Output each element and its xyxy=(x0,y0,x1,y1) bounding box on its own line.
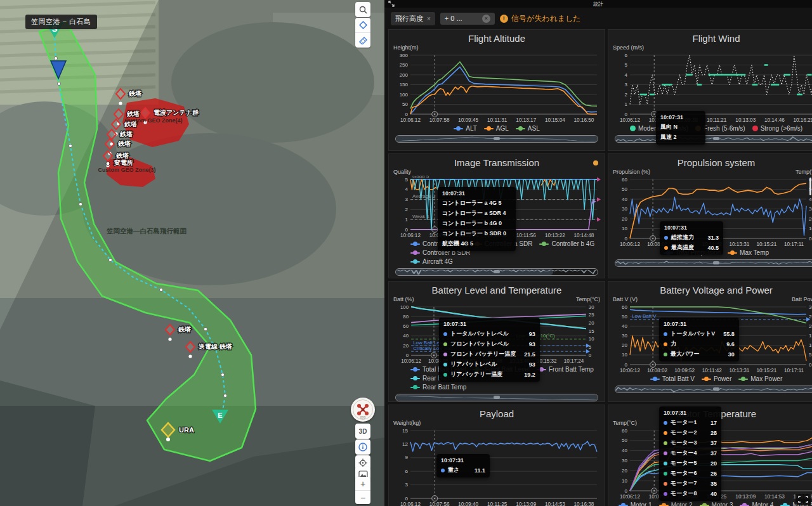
drone-ground-control-app: SE鉄塔鉄塔鉄塔鉄塔鉄塔鉄塔電波アンテナ群変電所鉄塔送電線 鉄塔URACusto… xyxy=(0,0,812,506)
legend-item-motor-1[interactable]: Motor 1 xyxy=(619,501,652,506)
scrollbar-handle[interactable] xyxy=(713,261,719,264)
svg-text:10:11:31: 10:11:31 xyxy=(487,117,508,123)
map-info-button[interactable] xyxy=(355,439,370,455)
scrollbar-handle[interactable] xyxy=(494,137,500,140)
legend-item-max-temp[interactable]: Max Temp xyxy=(728,249,769,257)
legend-item-asl[interactable]: ASL xyxy=(516,124,540,133)
chart-time-scrollbar[interactable] xyxy=(615,386,812,393)
chart-flight-wind[interactable]: 012345610:06:1210:07:5410:09:3810:11:211… xyxy=(611,51,812,124)
chart-payload[interactable]: 0369121510:06:1210:07:5610:09:4010:11:25… xyxy=(391,427,603,506)
filter-chip-add[interactable]: + 0 ... × xyxy=(440,13,495,25)
legend-item-alt[interactable]: ALT xyxy=(454,124,477,133)
svg-text:10:15:04: 10:15:04 xyxy=(545,117,565,123)
svg-text:20: 20 xyxy=(809,323,812,329)
scrollbar-handle[interactable] xyxy=(713,137,719,140)
legend-item-motor-4[interactable]: Motor 4 xyxy=(740,501,773,506)
clear-filter-icon[interactable]: × xyxy=(482,15,490,23)
tooltip-row: リアバッテリー温度19.2 xyxy=(443,370,535,379)
svg-text:10:13:31: 10:13:31 xyxy=(729,368,749,373)
waypoint-dot xyxy=(69,144,72,147)
map-svg[interactable]: SE鉄塔鉄塔鉄塔鉄塔鉄塔鉄塔電波アンテナ群変電所鉄塔送電線 鉄塔URACusto… xyxy=(0,0,384,506)
tooltip-value: 31.3 xyxy=(707,235,719,241)
y-axis-left-label: Speed (m/s) xyxy=(613,44,644,51)
tooltip-series-dot xyxy=(443,363,447,367)
legend-item-strong-(>6m/s)[interactable]: Strong (>6m/s) xyxy=(752,124,802,133)
svg-text:10: 10 xyxy=(809,226,812,231)
tooltip-row: モーター437 xyxy=(664,449,717,457)
svg-text:0: 0 xyxy=(405,227,409,233)
legend-item-power[interactable]: Power xyxy=(702,375,731,383)
tooltip-row: コントローラー a SDR 4 xyxy=(442,209,511,217)
map[interactable]: SE鉄塔鉄塔鉄塔鉄塔鉄塔鉄塔電波アンテナ群変電所鉄塔送電線 鉄塔URACusto… xyxy=(0,0,384,506)
tooltip-value: 35 xyxy=(710,481,717,487)
chart-time-scrollbar[interactable] xyxy=(615,135,812,143)
legend-item-rear-batt-temp[interactable]: Rear Batt Temp xyxy=(410,383,466,391)
tooltip-row: コントローラー a 4G 5 xyxy=(442,199,511,207)
svg-text:60: 60 xyxy=(403,323,409,329)
tooltip-value: 19.2 xyxy=(524,372,535,378)
tooltip-label: フロントバットレベル xyxy=(450,340,521,348)
legend-item-aircraft-4g[interactable]: Aircraft 4G xyxy=(410,257,453,266)
tooltip-row: 風速 2 xyxy=(660,133,701,141)
map-area-chip: 笠岡空港 − 白石島 xyxy=(25,15,97,29)
svg-text:10:06:12: 10:06:12 xyxy=(620,117,640,123)
legend-item-front-batt-temp[interactable]: Front Batt Temp xyxy=(537,365,594,373)
measure-button[interactable] xyxy=(355,32,370,48)
scrollbar-handle[interactable] xyxy=(713,387,719,391)
panel-warning-icon[interactable] xyxy=(593,160,598,165)
tooltip-value: 26 xyxy=(710,470,717,477)
map-search-button[interactable] xyxy=(355,2,370,17)
svg-text:10:13:31: 10:13:31 xyxy=(729,242,749,247)
chart-legend: ALTAGLASL xyxy=(389,124,605,133)
axis-labels: Batt V (V)Batt Power xyxy=(608,296,812,303)
drone-heading-compass[interactable]: 000 xyxy=(351,398,375,422)
zoom-out-button[interactable]: − xyxy=(355,490,370,504)
legend-line-icon xyxy=(410,243,420,245)
chart-time-scrollbar[interactable] xyxy=(395,394,598,401)
legend-item-max-power[interactable]: Max Power xyxy=(738,375,782,383)
tooltip-label: コントローラー a SDR 4 xyxy=(442,209,506,217)
y-axis-left-label: Batt (%) xyxy=(393,296,414,303)
geo-marker-dot[interactable] xyxy=(106,162,110,165)
map-canvas[interactable]: SE鉄塔鉄塔鉄塔鉄塔鉄塔鉄塔電波アンテナ群変電所鉄塔送電線 鉄塔URACusto… xyxy=(0,0,384,506)
legend-item-total-batt-v[interactable]: Total Batt V xyxy=(650,375,695,383)
tooltip-row: 力9.6 xyxy=(664,340,735,348)
svg-text:10:16:50: 10:16:50 xyxy=(573,117,594,123)
chart-time-scrollbar[interactable] xyxy=(395,268,598,276)
tooltip-row: トータルバットレベル93 xyxy=(443,330,535,338)
map-3d-button[interactable]: 3D xyxy=(355,424,370,439)
chart-time-scrollbar[interactable] xyxy=(615,259,812,267)
svg-text:25: 25 xyxy=(589,312,594,318)
y-axis-left-label: Weight(kg) xyxy=(393,420,421,427)
svg-text:0: 0 xyxy=(625,488,628,494)
tooltip-series-dot xyxy=(664,246,668,250)
chart-legend: Total Batt VPowerMax Power xyxy=(608,374,812,383)
zoom-in-button[interactable]: + xyxy=(355,477,370,490)
svg-text:20: 20 xyxy=(622,468,627,474)
svg-text:20: 20 xyxy=(809,216,812,222)
svg-text:10:17:11: 10:17:11 xyxy=(784,242,804,247)
chip-close-icon[interactable]: × xyxy=(427,15,431,22)
scrollbar-handle[interactable] xyxy=(494,396,500,399)
draw-polygon-button[interactable] xyxy=(355,18,370,32)
svg-text:40: 40 xyxy=(622,448,627,453)
tooltip-row: モーター117 xyxy=(664,418,717,427)
tooltip-row: 最大パワー30 xyxy=(664,350,735,358)
chart-flight-altitude[interactable]: 05010015020025030010:06:1210:07:5810:09:… xyxy=(391,51,603,124)
scrollbar-handle[interactable] xyxy=(494,270,500,273)
legend-item-motor-2[interactable]: Motor 2 xyxy=(659,501,693,506)
stats-scrollbar-thumb[interactable] xyxy=(809,178,811,195)
tooltip-row: 重さ11.1 xyxy=(441,466,485,474)
legend-item-controller-b-4g[interactable]: Controller b 4G xyxy=(539,240,594,248)
legend-item-agl[interactable]: AGL xyxy=(484,124,509,133)
svg-text:200: 200 xyxy=(400,72,409,78)
tooltip-value: 40.5 xyxy=(707,245,719,251)
svg-text:10:13:22: 10:13:22 xyxy=(545,233,565,238)
filter-chip-altitude[interactable]: 飛行高度 × xyxy=(391,12,435,25)
legend-item-motor-3[interactable]: Motor 3 xyxy=(700,501,733,506)
panel-title-image-transmission: Image Transmission xyxy=(389,154,605,169)
chart-time-scrollbar[interactable] xyxy=(395,135,598,143)
waypoint-dot xyxy=(108,258,112,261)
screen-corner-icon[interactable] xyxy=(796,494,811,505)
svg-text:100: 100 xyxy=(400,92,409,98)
